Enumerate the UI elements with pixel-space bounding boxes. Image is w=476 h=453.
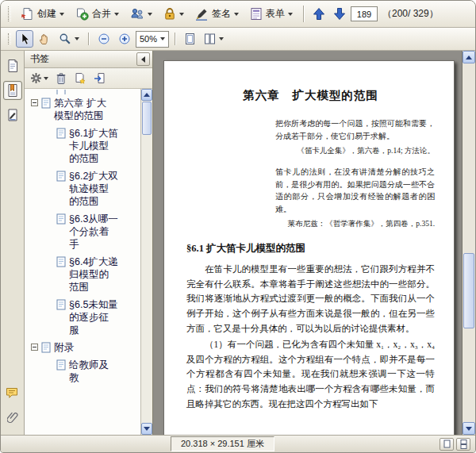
bookmark-item[interactable]: 第六章 扩大模型的范围 <box>25 94 140 125</box>
bookmarks-tree-zone: 第六章 扩大模型的范围 §6.1扩大笛卡儿模型的范围 <box>25 89 152 435</box>
scroll-down-button[interactable] <box>463 422 475 435</box>
zoom-out-button[interactable] <box>94 30 113 48</box>
bookmark-item-label: 给教师及教 <box>69 359 118 384</box>
scroll-down-button[interactable] <box>141 423 152 435</box>
main-area: 书签 <box>1 51 475 435</box>
epigraph-source: 莱布尼兹：《哲学著作集》，第四卷，p.351. <box>186 219 435 229</box>
pages-icon <box>6 59 19 73</box>
new-bookmark-button[interactable] <box>74 72 86 85</box>
sign-button[interactable]: 签名 <box>190 4 244 25</box>
bookmark-item-label: §6.1扩大笛卡儿模型的范围 <box>69 127 118 165</box>
combine-files-button[interactable]: 合并 <box>71 4 124 25</box>
forms-button[interactable]: 表单 <box>245 4 298 25</box>
signatures-panel-button[interactable] <box>3 106 22 125</box>
caret-down-icon <box>160 37 165 40</box>
navigation-pane-strip <box>1 51 25 435</box>
toolbar-grip[interactable] <box>8 33 11 44</box>
bookmark-page-icon <box>56 90 66 94</box>
caret-down-icon <box>44 77 48 80</box>
pdf-page: 第六章 扩大模型的范围 把你所考虑的每一个问题，按照可能和需要，分成若干部分，使… <box>163 60 455 435</box>
collapse-minus-icon[interactable] <box>31 344 38 351</box>
bookmark-item[interactable]: 给教师及教 <box>25 356 140 386</box>
fit-page-icon <box>184 33 196 45</box>
pen-icon <box>195 7 209 21</box>
bookmark-page-icon <box>41 342 51 353</box>
bookmark-item[interactable]: §6.1扩大笛卡儿模型的范围 <box>25 125 140 167</box>
bookmark-page-icon <box>56 171 66 182</box>
hand-tool-button[interactable] <box>35 30 54 48</box>
combine-green-plus-icon <box>75 7 89 21</box>
bookmark-page-icon <box>56 213 66 225</box>
scrollbar-track[interactable] <box>463 329 475 423</box>
select-tool-button[interactable] <box>16 30 33 48</box>
bookmark-page-icon <box>56 299 66 310</box>
acrobat-window: 创建 合并 签名 <box>0 0 476 453</box>
epigraph-quote: 笛卡儿的法则，在没有讲清楚分解的技巧之前，是很少有用的。如果把问题分成一些不合适… <box>275 166 435 215</box>
bookmark-item[interactable]: 附录 <box>25 339 140 356</box>
bookmark-item-label: §6.5未知量的逐步征服 <box>69 298 118 336</box>
zoom-level-combo[interactable]: 50% <box>136 31 169 48</box>
bookmarks-icon <box>6 83 19 98</box>
bookmark-options-button[interactable] <box>30 72 48 84</box>
scroll-down-icon <box>144 427 150 431</box>
bookmark-item[interactable]: §6.4扩大递归模型的范围 <box>25 253 140 296</box>
scrollbar-track[interactable] <box>463 63 475 252</box>
arrow-page-icon <box>94 72 106 85</box>
comments-panel-button[interactable] <box>3 383 22 402</box>
single-page-view-button[interactable] <box>440 438 454 451</box>
bookmarks-scrollbar[interactable] <box>140 89 152 435</box>
collapse-panel-button[interactable] <box>136 52 150 66</box>
forms-label: 表单 <box>266 7 285 21</box>
hand-icon <box>38 33 51 45</box>
next-page-button[interactable] <box>330 6 349 23</box>
body-paragraph: 在笛卡儿的模型里有一些重要的想法，它们跟列方程并不完全有什么联系。本章将着手于阐… <box>186 262 435 336</box>
body-paragraph: （1）有一个问题，已化为含有四个未知量 x₁，x₂，x₃，x₄ 及四个方程的方程… <box>186 337 435 411</box>
page-number-input[interactable] <box>351 6 378 21</box>
bookmark-item[interactable]: §6.5未知量的逐步征服 <box>25 296 140 339</box>
pages-panel-button[interactable] <box>3 56 22 75</box>
bookmarks-tree: 第六章 扩大模型的范围 §6.1扩大笛卡儿模型的范围 <box>25 89 140 435</box>
caret-down-icon <box>114 13 119 16</box>
secure-button[interactable] <box>159 4 189 25</box>
collaborate-button[interactable] <box>125 4 157 25</box>
attachments-panel-button[interactable] <box>3 408 22 427</box>
fit-page-button[interactable] <box>181 30 199 48</box>
create-pdf-button[interactable]: 创建 <box>16 4 69 25</box>
bookmarks-panel-button[interactable] <box>3 81 22 100</box>
zoom-level-value: 50% <box>140 34 157 44</box>
bookmark-item[interactable]: §6.3从哪一个分款着手 <box>25 210 140 253</box>
zoom-in-icon <box>118 33 131 45</box>
delete-bookmark-button[interactable] <box>56 72 67 85</box>
trash-icon <box>56 72 67 85</box>
document-scrollbar[interactable] <box>462 51 475 435</box>
bookmark-page-icon <box>56 359 66 370</box>
scrollbar-thumb[interactable] <box>142 102 152 135</box>
zoom-in-button[interactable] <box>115 30 134 48</box>
page-dimensions-label: 20.318 × 29.151 厘米 <box>171 436 274 451</box>
cursor-icon <box>19 33 30 45</box>
chapter-title: 第六章 扩大模型的范围 <box>186 88 435 103</box>
previous-page-button[interactable] <box>309 6 328 23</box>
caret-down-icon <box>148 13 152 16</box>
expand-current-bookmark-button[interactable] <box>94 72 106 85</box>
toolbar-grip[interactable] <box>8 6 11 21</box>
caret-down-icon <box>219 37 224 40</box>
scrollbar-thumb[interactable] <box>463 253 474 328</box>
bookmarks-panel-title: 书签 <box>30 52 49 66</box>
zoom-marquee-button[interactable] <box>56 30 83 48</box>
page-display-button[interactable] <box>201 30 227 48</box>
bookmark-item-label: §6.4扩大递归模型的范围 <box>69 255 118 294</box>
scroll-up-button[interactable] <box>463 51 475 63</box>
bookmark-item-label: 附录 <box>54 341 108 354</box>
scroll-up-icon <box>466 56 472 60</box>
collapse-minus-icon[interactable] <box>31 99 38 106</box>
scroll-up-button[interactable] <box>141 89 152 101</box>
bookmark-item[interactable]: §6.2扩大双轨迹模型的范围 <box>25 167 140 210</box>
document-view[interactable]: 第六章 扩大模型的范围 把你所考虑的每一个问题，按照可能和需要，分成若干部分，使… <box>153 51 462 435</box>
star-page-icon <box>74 72 86 85</box>
continuous-view-button[interactable] <box>456 438 470 451</box>
scrollbar-track[interactable] <box>141 136 152 423</box>
view-mode-buttons <box>440 438 470 451</box>
status-bar: 20.318 × 29.151 厘米 <box>1 435 475 452</box>
caret-down-icon <box>234 13 239 16</box>
